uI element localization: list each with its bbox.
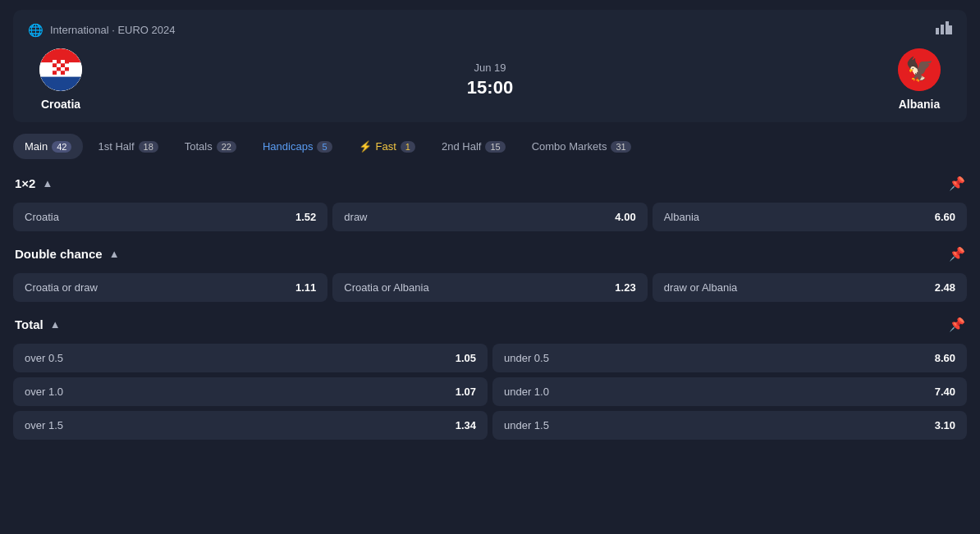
odds-under-0-5[interactable]: under 0.5 8.60 [492,344,967,372]
tab-combo-label: Combo Markets [532,140,607,153]
svg-rect-12 [61,60,65,64]
section-total-title: Total ▲ [15,317,61,331]
odds-albania[interactable]: Albania 6.60 [653,203,967,231]
svg-rect-10 [53,60,57,64]
match-header: 🌐 International · EURO 2024 [13,10,967,122]
over-1-0-value: 1.07 [456,386,476,398]
odds-cod-value: 1.11 [295,281,316,294]
tab-totals[interactable]: Totals 22 [173,134,248,159]
svg-rect-13 [65,60,69,64]
odds-under-1-0[interactable]: under 1.0 7.40 [492,377,967,406]
odds-draw-value: 4.00 [615,211,635,223]
svg-rect-16 [61,64,65,68]
odds-coa-value: 1.23 [615,281,635,294]
stats-icon[interactable] [936,21,952,39]
tab-main[interactable]: Main 42 [13,134,83,159]
section-total: Total ▲ 📌 over 0.5 1.05 under 0.5 8.60 o… [13,312,967,440]
sort-icon-dc: ▲ [109,248,120,260]
section-dc-header: Double chance ▲ 📌 [13,241,967,267]
odds-draw[interactable]: draw 4.00 [332,203,647,231]
odds-doa-value: 2.48 [935,281,955,294]
section-dc-title: Double chance ▲ [15,247,120,261]
match-time: 15:00 [94,77,886,98]
svg-rect-17 [65,64,69,68]
under-1-0-label: under 1.0 [504,386,549,398]
under-0-5-label: under 0.5 [504,352,549,364]
section-1x2: 1×2 ▲ 📌 Croatia 1.52 draw 4.00 Albania 6… [13,171,967,231]
svg-rect-19 [57,67,61,71]
fast-icon: ⚡ [359,140,372,153]
svg-rect-14 [53,64,57,68]
tab-combo[interactable]: Combo Markets 31 [520,134,643,159]
svg-rect-21 [65,67,69,71]
league-info: 🌐 International · EURO 2024 [28,23,175,38]
over-1-0-label: over 1.0 [25,386,63,398]
over-0-5-label: over 0.5 [25,352,63,364]
svg-rect-24 [61,71,65,75]
svg-rect-8 [39,77,82,91]
tab-combo-badge: 31 [611,141,630,153]
odds-grid-total: over 0.5 1.05 under 0.5 8.60 over 1.0 1.… [13,344,967,440]
section-total-header: Total ▲ 📌 [13,312,967,337]
tab-1st-half[interactable]: 1st Half 18 [86,134,169,159]
svg-rect-1 [941,25,944,34]
odds-croatia-or-draw[interactable]: Croatia or draw 1.11 [13,273,327,302]
tab-totals-badge: 22 [217,141,236,153]
odds-albania-label: Albania [664,211,699,223]
globe-icon: 🌐 [28,23,44,38]
odds-grid-1x2: Croatia 1.52 draw 4.00 Albania 6.60 [13,203,967,231]
odds-croatia-or-albania[interactable]: Croatia or Albania 1.23 [332,273,647,302]
albania-flag: 🦅 [898,48,941,91]
team-away-name: Albania [899,98,941,111]
croatia-flag [39,48,82,91]
odds-grid-dc: Croatia or draw 1.11 Croatia or Albania … [13,273,967,302]
section-1x2-header: 1×2 ▲ 📌 [13,171,967,196]
odds-draw-or-albania[interactable]: draw or Albania 2.48 [653,273,967,302]
pin-icon-1x2[interactable]: 📌 [949,176,965,191]
tab-fast-badge: 1 [401,141,415,153]
odds-under-1-5[interactable]: under 1.5 3.10 [492,411,967,440]
under-1-5-label: under 1.5 [504,419,549,431]
odds-over-1-0[interactable]: over 1.0 1.07 [13,377,488,406]
under-1-5-value: 3.10 [935,419,955,431]
svg-rect-0 [936,28,939,34]
under-1-0-value: 7.40 [935,386,955,398]
tab-handicaps[interactable]: Handicaps 5 [251,134,344,159]
over-0-5-value: 1.05 [456,352,476,364]
tab-1st-half-badge: 18 [139,141,158,153]
pin-icon-dc[interactable]: 📌 [949,246,965,262]
tab-handicaps-badge: 5 [317,141,332,153]
sort-icon-total: ▲ [50,318,61,331]
sort-icon-1x2: ▲ [42,177,53,189]
svg-text:🦅: 🦅 [905,56,934,83]
tab-handicaps-label: Handicaps [263,140,313,153]
team-home-name: Croatia [41,98,80,111]
section-1x2-label: 1×2 [15,176,35,190]
team-away: 🦅 Albania [886,48,952,111]
under-0-5-value: 8.60 [935,352,955,364]
match-center: Jun 19 15:00 [94,62,886,98]
pin-icon-total[interactable]: 📌 [949,317,965,332]
svg-rect-3 [949,25,952,34]
odds-over-0-5[interactable]: over 0.5 1.05 [13,344,488,372]
tab-2nd-half[interactable]: 2nd Half 15 [430,134,517,159]
over-1-5-label: over 1.5 [25,419,63,431]
svg-rect-15 [57,64,61,68]
main-container: 🌐 International · EURO 2024 [0,0,980,459]
tab-fast[interactable]: ⚡ Fast 1 [347,134,427,159]
svg-rect-25 [65,71,69,75]
section-dc-label: Double chance [15,247,103,261]
odds-over-1-5[interactable]: over 1.5 1.34 [13,411,488,440]
tabs-row: Main 42 1st Half 18 Totals 22 Handicaps … [13,134,967,159]
section-total-label: Total [15,317,44,331]
odds-croatia-label: Croatia [25,211,59,223]
over-1-5-value: 1.34 [456,419,476,431]
tab-main-label: Main [25,140,48,153]
svg-rect-20 [61,67,65,71]
tab-fast-label: Fast [376,140,396,153]
league-text: International · EURO 2024 [50,24,175,36]
odds-draw-label: draw [344,211,367,223]
odds-croatia[interactable]: Croatia 1.52 [13,203,327,231]
section-double-chance: Double chance ▲ 📌 Croatia or draw 1.11 C… [13,241,967,302]
section-1x2-title: 1×2 ▲ [15,176,53,190]
